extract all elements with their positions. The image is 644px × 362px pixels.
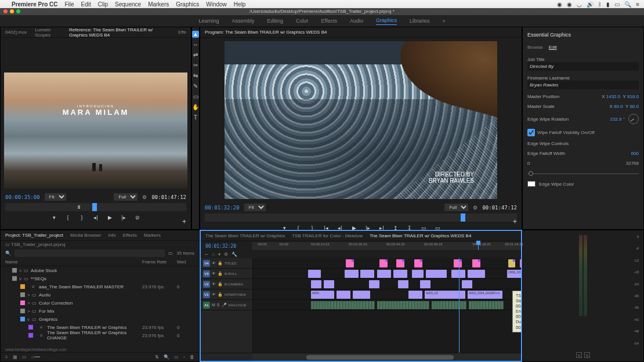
- project-row[interactable]: v ▭ Graphics: [1, 315, 199, 323]
- bt-icon[interactable]: ᛒ: [598, 1, 602, 8]
- label-swatch[interactable]: [20, 292, 25, 297]
- eg-edgerot-val[interactable]: 232.8 °: [610, 117, 625, 122]
- label-swatch[interactable]: [20, 284, 25, 289]
- source-ruler[interactable]: [5, 203, 186, 211]
- tl-tab-2[interactable]: The Seam Btwn TRAILER w/ Graphics WEDS B…: [370, 233, 471, 238]
- clip[interactable]: [412, 270, 424, 278]
- col-framerate[interactable]: Frame Rate: [142, 259, 177, 265]
- clip[interactable]: [408, 291, 422, 299]
- proj-tab-markers[interactable]: Markers: [144, 233, 161, 238]
- type-tool-icon[interactable]: T: [192, 114, 199, 121]
- clip[interactable]: [311, 280, 321, 288]
- eye-icon[interactable]: 👁: [212, 272, 216, 276]
- source-monitor[interactable]: INTRODUCING MARA MILAM: [4, 73, 187, 189]
- workspace-overflow-icon[interactable]: »: [443, 18, 446, 24]
- find-icon[interactable]: 🔍: [164, 354, 169, 360]
- solo-icon[interactable]: S: [217, 303, 220, 307]
- clip[interactable]: [454, 259, 462, 267]
- menu-file[interactable]: File: [64, 1, 74, 8]
- clip[interactable]: [379, 259, 388, 267]
- proj-tab-info[interactable]: Info: [108, 233, 115, 238]
- source-add-button[interactable]: +: [182, 218, 186, 226]
- solo-l[interactable]: S: [576, 352, 582, 358]
- search-icon[interactable]: 🔍: [624, 1, 631, 8]
- timeline-playhead[interactable]: [478, 242, 479, 250]
- clip[interactable]: [420, 280, 430, 288]
- minimize-button[interactable]: [10, 9, 14, 13]
- zoom-slider[interactable]: ○━━: [31, 354, 40, 360]
- menu-clip[interactable]: Clip: [98, 1, 108, 8]
- program-res-select[interactable]: Full: [444, 204, 468, 211]
- timeline-tracks[interactable]: 01_Title... C006_C0...: [253, 258, 521, 353]
- clip[interactable]: [346, 259, 354, 267]
- clip[interactable]: A005: [311, 291, 334, 299]
- pen-tool-icon[interactable]: ✎: [192, 83, 199, 90]
- clip[interactable]: [462, 280, 472, 288]
- project-row[interactable]: > ▭ For Mix: [1, 307, 199, 315]
- clip[interactable]: [324, 280, 334, 288]
- track-target-a1[interactable]: A1: [203, 302, 210, 309]
- source-tab-clip[interactable]: 0402].mov: [5, 30, 27, 35]
- eg-jobtitle-input[interactable]: [527, 62, 639, 71]
- eye-icon[interactable]: ◉: [567, 1, 572, 8]
- lock-icon[interactable]: 🔒: [218, 272, 223, 276]
- selection-tool-icon[interactable]: ▲: [192, 31, 199, 38]
- settings-icon[interactable]: ⚙: [224, 252, 228, 257]
- app-name[interactable]: Premiere Pro CC: [12, 1, 57, 8]
- workspace-effects[interactable]: Effects: [321, 18, 337, 24]
- slip-tool-icon[interactable]: ⇆: [192, 73, 199, 79]
- clip[interactable]: [472, 259, 480, 267]
- eg-name-input[interactable]: [527, 81, 639, 89]
- proj-tab-effects[interactable]: Effects: [123, 233, 137, 238]
- col-media[interactable]: Med: [177, 259, 194, 265]
- source-fit-select[interactable]: Fit: [45, 193, 66, 201]
- lock-icon[interactable]: 🔒: [218, 282, 223, 287]
- clip[interactable]: [426, 270, 447, 278]
- link-icon[interactable]: ∩: [212, 252, 215, 257]
- clip[interactable]: [398, 280, 408, 288]
- label-swatch[interactable]: [20, 301, 25, 305]
- eg-color-swatch[interactable]: [527, 181, 536, 187]
- clip[interactable]: [369, 280, 379, 288]
- source-playhead[interactable]: [92, 203, 97, 211]
- lock-icon[interactable]: 🔒: [218, 261, 223, 266]
- program-monitor[interactable]: DIRECTED BY BRYAN RAWLES: [225, 41, 497, 199]
- clip[interactable]: 01_Title...: [520, 259, 521, 267]
- project-row[interactable]: ≡ aaa_The Seam Btwn TRAILER MASTER 23.97…: [1, 283, 199, 291]
- eg-falloff-slider[interactable]: [527, 171, 639, 176]
- rect-tool-icon[interactable]: ▭: [192, 93, 199, 100]
- clip[interactable]: [345, 270, 359, 278]
- mute-icon[interactable]: M: [212, 303, 215, 307]
- new-item-icon[interactable]: ▫: [183, 354, 185, 360]
- bin-icon[interactable]: ▭: [5, 242, 10, 247]
- project-row[interactable]: ≡ The Seam Btwn TRAILER w/ Graphics CHAN…: [1, 331, 199, 339]
- search-icon[interactable]: 🔍: [5, 251, 11, 256]
- program-add-button[interactable]: +: [513, 218, 517, 226]
- filter-icon[interactable]: ▭: [168, 251, 173, 256]
- tl-tab-1[interactable]: TSB TRAILER for Color - Meadow: [292, 233, 363, 238]
- source-tab-effect[interactable]: Effe: [178, 30, 186, 35]
- disclosure-icon[interactable]: v: [19, 276, 24, 281]
- disclosure-icon[interactable]: v: [27, 317, 32, 322]
- menu-window[interactable]: Window: [206, 1, 227, 8]
- menu-icon[interactable]: ≡: [636, 1, 639, 8]
- project-row[interactable]: > ▭ Adobe Stock: [1, 266, 199, 274]
- audio-clip[interactable]: [432, 301, 466, 309]
- mic-icon[interactable]: 🎤: [222, 303, 227, 307]
- clip[interactable]: [468, 270, 485, 278]
- clip[interactable]: [353, 291, 370, 299]
- clip-selected[interactable]: [508, 259, 515, 267]
- disclosure-icon[interactable]: >: [19, 268, 24, 273]
- disclosure-icon[interactable]: >: [27, 309, 32, 314]
- ripple-tool-icon[interactable]: ⇄: [192, 52, 199, 59]
- step-fwd-icon[interactable]: |▸: [120, 215, 128, 223]
- in-icon[interactable]: {: [64, 215, 72, 223]
- timeline-zoom[interactable]: [201, 353, 253, 361]
- workspace-color[interactable]: Color: [296, 18, 309, 24]
- program-playhead[interactable]: [461, 213, 465, 222]
- delete-icon[interactable]: 🗑: [190, 354, 194, 360]
- clip[interactable]: [414, 259, 422, 267]
- new-bin-icon[interactable]: ▭: [174, 354, 179, 360]
- eye-icon[interactable]: 👁: [212, 261, 216, 265]
- eg-wipefalloff-checkbox[interactable]: [527, 129, 535, 136]
